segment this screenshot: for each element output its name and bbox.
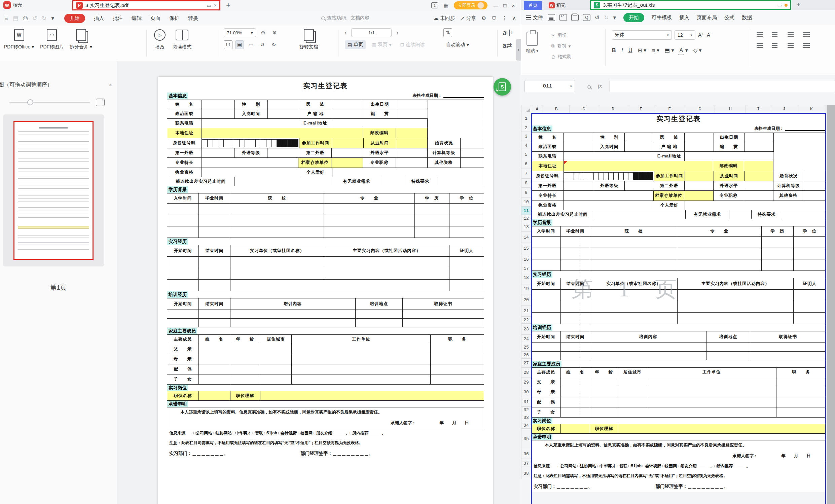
- form-cell[interactable]: [744, 171, 773, 181]
- form-cell[interactable]: [564, 152, 654, 161]
- form-cell[interactable]: [793, 248, 826, 259]
- form-label[interactable]: 学 历: [761, 226, 794, 237]
- row-header[interactable]: 33: [521, 413, 531, 422]
- form-label[interactable]: 职 务: [776, 367, 826, 377]
- form-label[interactable]: 部门经理签字：＿＿＿＿＿＿＿＿、: [653, 481, 786, 492]
- row-header[interactable]: 8: [521, 178, 531, 188]
- name-box[interactable]: O11 ▾: [525, 80, 575, 92]
- form-label[interactable]: 档案存放单位: [653, 190, 684, 201]
- row-header[interactable]: 19: [521, 283, 531, 295]
- form-label[interactable]: 职位理解: [590, 424, 618, 434]
- form-label[interactable]: 专业职称: [713, 190, 744, 201]
- page-thumbnail-card[interactable]: [3, 115, 104, 266]
- double-page-button[interactable]: ▥ 双页 ▾: [369, 40, 394, 49]
- formula-input[interactable]: [609, 80, 835, 92]
- form-cell[interactable]: [773, 142, 826, 152]
- row-header[interactable]: 15: [521, 243, 531, 254]
- form-label[interactable]: 入学时间: [531, 226, 561, 237]
- italic-button[interactable]: I: [622, 47, 623, 54]
- form-cell[interactable]: [684, 190, 714, 201]
- form-cell[interactable]: [750, 351, 826, 360]
- form-cell[interactable]: [590, 289, 677, 301]
- form-cell[interactable]: [750, 343, 826, 351]
- rotate-right-icon[interactable]: ↻: [269, 40, 278, 49]
- form-cell[interactable]: [531, 259, 561, 271]
- form-label[interactable]: 第二外语: [654, 181, 685, 191]
- row-header[interactable]: 18: [521, 272, 531, 283]
- form-cell[interactable]: [531, 248, 561, 259]
- file-menu[interactable]: 文件: [521, 15, 548, 21]
- row-header[interactable]: 22: [521, 316, 531, 324]
- zoom-in-icon[interactable]: ⊕: [270, 28, 279, 37]
- row-header[interactable]: 21: [521, 305, 531, 317]
- page-mode-icon[interactable]: 1: [431, 2, 438, 8]
- new-tab-button[interactable]: +: [796, 1, 800, 8]
- menu-formulas[interactable]: 公式: [724, 15, 734, 21]
- form-cell[interactable]: [590, 407, 618, 418]
- single-page-button[interactable]: ▤ 单页: [345, 40, 366, 49]
- print-icon[interactable]: ⎙: [23, 15, 27, 22]
- play-button[interactable]: ▷ 播放: [153, 28, 166, 50]
- column-header[interactable]: F: [654, 105, 685, 113]
- row-header[interactable]: 28: [521, 367, 531, 378]
- thumbnail-size-icon[interactable]: [96, 99, 105, 106]
- form-cell[interactable]: [804, 190, 826, 201]
- menu-convert[interactable]: 转换: [188, 15, 198, 22]
- rotate-left-icon[interactable]: ↺: [258, 40, 267, 49]
- row-header[interactable]: 13: [521, 222, 531, 232]
- form-cell[interactable]: [625, 142, 654, 152]
- form-cell[interactable]: [618, 377, 647, 387]
- form-label[interactable]: 第一外语: [531, 181, 564, 191]
- form-label[interactable]: 专 业: [677, 226, 762, 237]
- bold-button[interactable]: B: [612, 47, 616, 54]
- form-label[interactable]: 实习岗位: [531, 417, 596, 424]
- row-header[interactable]: 24: [521, 335, 531, 343]
- form-cell[interactable]: [776, 377, 826, 387]
- more-menu-icon[interactable]: ⋮: [502, 15, 507, 21]
- form-cell[interactable]: [531, 312, 561, 324]
- form-cell[interactable]: [618, 387, 647, 397]
- form-cell[interactable]: [590, 397, 618, 407]
- form-cell[interactable]: [744, 161, 773, 171]
- continuous-read-button[interactable]: ⊟ 连续阅读: [398, 40, 428, 49]
- form-cell[interactable]: [706, 351, 750, 360]
- form-cell[interactable]: [761, 248, 794, 259]
- row-header[interactable]: 35: [521, 428, 531, 449]
- form-cell[interactable]: [561, 424, 590, 434]
- form-cell[interactable]: [685, 171, 714, 181]
- form-cell[interactable]: [773, 133, 826, 142]
- form-label[interactable]: 居住城市: [618, 367, 647, 377]
- form-label[interactable]: 结束时间: [561, 331, 590, 343]
- form-label[interactable]: 联系电话: [531, 152, 564, 161]
- form-cell[interactable]: [761, 236, 794, 248]
- form-cell[interactable]: [618, 407, 647, 418]
- form-cell[interactable]: [647, 397, 776, 407]
- form-cell[interactable]: [561, 259, 590, 271]
- row-header[interactable]: 7: [521, 168, 531, 179]
- row-header[interactable]: 30: [521, 387, 531, 397]
- form-label[interactable]: 执业资格: [531, 201, 564, 210]
- form-cell[interactable]: [594, 210, 686, 219]
- form-cell[interactable]: [684, 142, 714, 152]
- zoom-level-select[interactable]: 71.09%▾: [224, 28, 256, 37]
- menu-page-layout[interactable]: 页面布局: [697, 15, 717, 21]
- feedback-icon[interactable]: 🗩: [491, 16, 496, 21]
- save-icon[interactable]: [548, 14, 555, 21]
- form-label[interactable]: 外语等级: [594, 181, 625, 191]
- form-cell[interactable]: [625, 133, 654, 142]
- redo-icon[interactable]: ↻: [604, 14, 609, 21]
- form-cell[interactable]: [677, 312, 794, 324]
- column-header[interactable]: H: [715, 105, 746, 113]
- form-label[interactable]: 证明人: [793, 278, 826, 290]
- print-icon[interactable]: [571, 14, 579, 21]
- form-cell[interactable]: [595, 270, 826, 278]
- share-button[interactable]: ↗ 分享: [461, 15, 476, 22]
- form-cell[interactable]: [677, 259, 762, 271]
- clear-format-button[interactable]: ◇ ▾: [693, 47, 702, 54]
- form-label[interactable]: 计算机等级: [773, 181, 804, 191]
- form-cell[interactable]: [773, 161, 826, 171]
- row-header[interactable]: 32: [521, 406, 531, 413]
- home-tab[interactable]: 首页: [524, 1, 542, 10]
- toolbar-more-icon[interactable]: ▾: [51, 15, 54, 22]
- form-label[interactable]: 姓 名: [561, 367, 590, 377]
